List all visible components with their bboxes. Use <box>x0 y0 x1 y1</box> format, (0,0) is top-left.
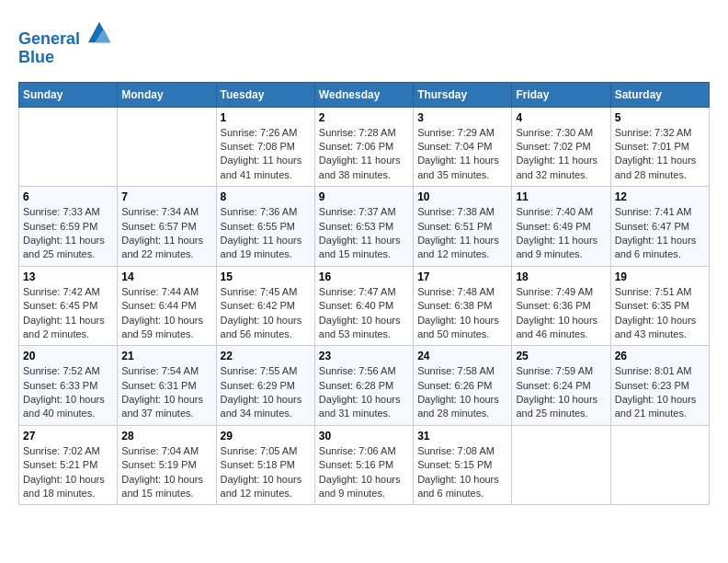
daylight-text: Daylight: 11 hours and 35 minutes. <box>417 154 507 182</box>
sunrise-text: Sunrise: 7:26 AM <box>221 126 311 140</box>
calendar-day-cell: 16 Sunrise: 7:47 AM Sunset: 6:40 PM Dayl… <box>314 266 413 346</box>
daylight-text: Daylight: 10 hours and 28 minutes. <box>417 393 507 421</box>
sunset-text: Sunset: 6:36 PM <box>516 299 606 313</box>
header-day: Wednesday <box>314 82 413 107</box>
day-info: Sunrise: 7:28 AM Sunset: 7:06 PM Dayligh… <box>319 126 409 183</box>
calendar-day-cell: 15 Sunrise: 7:45 AM Sunset: 6:42 PM Dayl… <box>216 266 314 346</box>
sunset-text: Sunset: 7:08 PM <box>221 140 311 154</box>
daylight-text: Daylight: 10 hours and 6 minutes. <box>417 473 507 501</box>
sunset-text: Sunset: 6:33 PM <box>23 379 113 393</box>
daylight-text: Daylight: 10 hours and 59 minutes. <box>121 314 211 342</box>
sunset-text: Sunset: 6:51 PM <box>417 220 507 234</box>
daylight-text: Daylight: 10 hours and 34 minutes. <box>221 393 311 421</box>
header-day: Thursday <box>414 82 512 107</box>
daylight-text: Daylight: 10 hours and 12 minutes. <box>221 473 311 501</box>
day-info: Sunrise: 7:30 AM Sunset: 7:02 PM Dayligh… <box>516 126 606 183</box>
sunset-text: Sunset: 6:44 PM <box>121 299 211 313</box>
sunrise-text: Sunrise: 7:47 AM <box>319 285 409 299</box>
daylight-text: Daylight: 11 hours and 41 minutes. <box>221 154 311 182</box>
day-info: Sunrise: 7:59 AM Sunset: 6:24 PM Dayligh… <box>516 364 606 421</box>
sunrise-text: Sunrise: 7:02 AM <box>23 444 113 458</box>
sunset-text: Sunset: 6:47 PM <box>615 220 705 234</box>
daylight-text: Daylight: 10 hours and 15 minutes. <box>121 473 211 501</box>
sunset-text: Sunset: 6:42 PM <box>221 299 311 313</box>
daylight-text: Daylight: 10 hours and 46 minutes. <box>516 314 606 342</box>
day-number: 11 <box>516 190 606 203</box>
calendar-day-cell: 29 Sunrise: 7:05 AM Sunset: 5:18 PM Dayl… <box>216 425 314 505</box>
calendar-day-cell: 11 Sunrise: 7:40 AM Sunset: 6:49 PM Dayl… <box>512 187 610 267</box>
calendar-day-cell: 19 Sunrise: 7:51 AM Sunset: 6:35 PM Dayl… <box>610 266 709 346</box>
calendar-week-row: 13 Sunrise: 7:42 AM Sunset: 6:45 PM Dayl… <box>19 266 710 346</box>
daylight-text: Daylight: 10 hours and 37 minutes. <box>121 393 211 421</box>
calendar-day-cell: 6 Sunrise: 7:33 AM Sunset: 6:59 PM Dayli… <box>19 187 118 267</box>
sunrise-text: Sunrise: 7:08 AM <box>417 444 507 458</box>
page-header: General Blue <box>18 18 710 67</box>
sunset-text: Sunset: 6:29 PM <box>221 379 311 393</box>
sunset-text: Sunset: 6:40 PM <box>319 299 409 313</box>
sunrise-text: Sunrise: 7:54 AM <box>121 364 211 378</box>
day-info: Sunrise: 7:37 AM Sunset: 6:53 PM Dayligh… <box>319 205 409 262</box>
day-info: Sunrise: 7:41 AM Sunset: 6:47 PM Dayligh… <box>615 205 705 262</box>
calendar-day-cell: 10 Sunrise: 7:38 AM Sunset: 6:51 PM Dayl… <box>414 187 512 267</box>
sunset-text: Sunset: 6:28 PM <box>319 379 409 393</box>
sunrise-text: Sunrise: 7:38 AM <box>417 205 507 219</box>
calendar-day-cell: 21 Sunrise: 7:54 AM Sunset: 6:31 PM Dayl… <box>118 346 216 426</box>
sunset-text: Sunset: 6:38 PM <box>417 299 507 313</box>
day-number: 21 <box>121 350 211 362</box>
calendar-day-cell: 7 Sunrise: 7:34 AM Sunset: 6:57 PM Dayli… <box>118 187 216 267</box>
sunset-text: Sunset: 6:31 PM <box>121 379 211 393</box>
day-number: 25 <box>516 350 606 362</box>
calendar-day-cell: 30 Sunrise: 7:06 AM Sunset: 5:16 PM Dayl… <box>314 425 413 505</box>
daylight-text: Daylight: 11 hours and 19 minutes. <box>221 234 311 262</box>
calendar-day-cell: 14 Sunrise: 7:44 AM Sunset: 6:44 PM Dayl… <box>118 266 216 346</box>
calendar-week-row: 1 Sunrise: 7:26 AM Sunset: 7:08 PM Dayli… <box>19 107 710 187</box>
sunrise-text: Sunrise: 7:40 AM <box>516 205 606 219</box>
day-number: 9 <box>319 190 409 203</box>
day-number: 23 <box>319 350 409 362</box>
sunset-text: Sunset: 5:21 PM <box>23 458 113 472</box>
sunrise-text: Sunrise: 7:30 AM <box>516 126 606 140</box>
sunrise-text: Sunrise: 7:32 AM <box>615 126 705 140</box>
sunrise-text: Sunrise: 7:04 AM <box>121 444 211 458</box>
day-info: Sunrise: 7:40 AM Sunset: 6:49 PM Dayligh… <box>516 205 606 262</box>
day-number: 19 <box>615 270 705 283</box>
daylight-text: Daylight: 10 hours and 31 minutes. <box>319 393 409 421</box>
day-number: 30 <box>319 430 409 442</box>
sunset-text: Sunset: 6:57 PM <box>121 220 211 234</box>
day-number: 6 <box>23 190 113 203</box>
calendar-day-cell: 4 Sunrise: 7:30 AM Sunset: 7:02 PM Dayli… <box>512 107 610 187</box>
day-number: 31 <box>417 430 507 442</box>
sunrise-text: Sunrise: 7:36 AM <box>221 205 311 219</box>
calendar-day-cell: 18 Sunrise: 7:49 AM Sunset: 6:36 PM Dayl… <box>512 266 610 346</box>
calendar-day-cell: 17 Sunrise: 7:48 AM Sunset: 6:38 PM Dayl… <box>414 266 512 346</box>
day-info: Sunrise: 7:51 AM Sunset: 6:35 PM Dayligh… <box>615 285 705 342</box>
sunset-text: Sunset: 6:49 PM <box>516 220 606 234</box>
daylight-text: Daylight: 10 hours and 9 minutes. <box>319 473 409 501</box>
logo-icon <box>86 18 112 44</box>
daylight-text: Daylight: 10 hours and 21 minutes. <box>615 393 705 421</box>
sunset-text: Sunset: 5:18 PM <box>221 458 311 472</box>
sunrise-text: Sunrise: 7:51 AM <box>615 285 705 299</box>
daylight-text: Daylight: 10 hours and 53 minutes. <box>319 314 409 342</box>
sunrise-text: Sunrise: 7:44 AM <box>121 285 211 299</box>
sunrise-text: Sunrise: 7:58 AM <box>417 364 507 378</box>
day-info: Sunrise: 7:06 AM Sunset: 5:16 PM Dayligh… <box>319 444 409 501</box>
calendar-body: 1 Sunrise: 7:26 AM Sunset: 7:08 PM Dayli… <box>19 107 710 505</box>
calendar-day-cell: 8 Sunrise: 7:36 AM Sunset: 6:55 PM Dayli… <box>216 187 314 267</box>
calendar-day-cell: 9 Sunrise: 7:37 AM Sunset: 6:53 PM Dayli… <box>314 187 413 267</box>
daylight-text: Daylight: 10 hours and 25 minutes. <box>516 393 606 421</box>
calendar-day-cell: 1 Sunrise: 7:26 AM Sunset: 7:08 PM Dayli… <box>216 107 314 187</box>
day-info: Sunrise: 7:29 AM Sunset: 7:04 PM Dayligh… <box>417 126 507 183</box>
header-row: SundayMondayTuesdayWednesdayThursdayFrid… <box>19 82 710 107</box>
calendar-day-cell: 26 Sunrise: 8:01 AM Sunset: 6:23 PM Dayl… <box>610 346 709 426</box>
day-info: Sunrise: 7:08 AM Sunset: 5:15 PM Dayligh… <box>417 444 507 501</box>
daylight-text: Daylight: 11 hours and 15 minutes. <box>319 234 409 262</box>
day-number: 18 <box>516 270 606 283</box>
sunrise-text: Sunrise: 7:45 AM <box>221 285 311 299</box>
sunrise-text: Sunrise: 7:42 AM <box>23 285 113 299</box>
header-day: Sunday <box>19 82 118 107</box>
day-number: 20 <box>23 350 113 362</box>
sunset-text: Sunset: 7:04 PM <box>417 140 507 154</box>
day-number: 1 <box>221 111 311 124</box>
day-info: Sunrise: 7:42 AM Sunset: 6:45 PM Dayligh… <box>23 285 113 342</box>
